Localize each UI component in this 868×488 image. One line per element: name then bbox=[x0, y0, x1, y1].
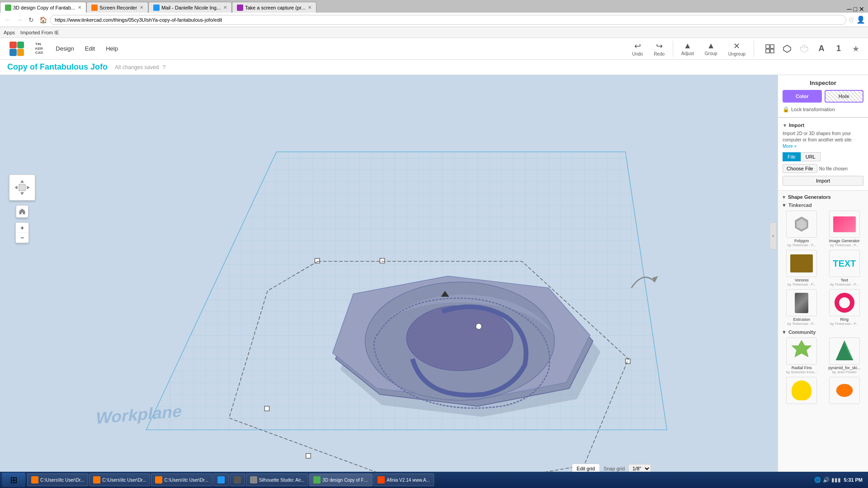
tab-close-4[interactable]: ✕ bbox=[308, 5, 311, 10]
import-more-link[interactable]: More » bbox=[783, 144, 797, 149]
community-subsection[interactable]: ▼ Community bbox=[782, 329, 864, 335]
redo-btn[interactable]: ↪ Redo bbox=[649, 39, 669, 58]
shape-community-4[interactable] bbox=[825, 377, 865, 405]
import-header[interactable]: ▼ Import bbox=[783, 122, 863, 128]
group-btn[interactable]: ▲ Group bbox=[700, 39, 722, 58]
google-account-icon[interactable]: 👤 bbox=[856, 15, 865, 24]
text-tool-btn[interactable]: A bbox=[815, 42, 828, 56]
toolbar-right: ↩ Undo ↪ Redo ▲ Adjust ▲ Group ✕ Ungroup bbox=[627, 39, 863, 58]
minimize-btn[interactable]: ─ bbox=[847, 5, 852, 13]
shape-gen-header[interactable]: ▼ Shape Generators bbox=[782, 194, 864, 200]
shape-name-ring: Ring bbox=[840, 317, 849, 322]
shape-yellow[interactable] bbox=[782, 377, 822, 405]
shape-polygon[interactable]: Polygon by Tinkercad - P... bbox=[782, 211, 822, 247]
shape-author-voronoi: by Tinkercad - P... bbox=[788, 282, 816, 286]
community-shapes-grid: Radial Fins by Selelvian Kora... pyramid… bbox=[782, 338, 864, 405]
taskbar-item-afinia[interactable]: Afinia V2.14 www.A... bbox=[373, 474, 434, 486]
tab-3[interactable]: Mail - Danielle Nicole Ing... ✕ bbox=[148, 2, 232, 13]
shape-thumb-extrusion bbox=[786, 289, 817, 316]
tab-close-3[interactable]: ✕ bbox=[223, 5, 227, 10]
undo-btn[interactable]: ↩ Undo bbox=[627, 39, 647, 58]
color-btn[interactable]: Color bbox=[783, 90, 822, 103]
tab-close-1[interactable]: ✕ bbox=[78, 5, 81, 10]
tinkercad-wordmark: TINKERCAD bbox=[35, 42, 43, 55]
tab-favicon-3 bbox=[153, 5, 160, 11]
taskbar-item-4[interactable] bbox=[213, 474, 229, 486]
viewport[interactable]: Workplane Edit grid Snap grid 1/8" 1/4" … bbox=[0, 75, 778, 477]
shape-thumb-voronoi bbox=[786, 250, 817, 277]
extrusion-visual bbox=[795, 293, 808, 313]
design-title[interactable]: Copy of Fantabulous Jofo bbox=[7, 62, 108, 72]
taskbar-item-silhouette[interactable]: Silhouette Studio: Air... bbox=[246, 474, 309, 486]
lock-row: 🔒 Lock transformation bbox=[783, 106, 863, 113]
menu-edit[interactable]: Edit bbox=[81, 43, 99, 54]
grid-view-btn[interactable] bbox=[763, 42, 777, 56]
back-btn[interactable]: ← bbox=[3, 15, 13, 25]
zoom-in-btn[interactable]: + bbox=[16, 223, 28, 233]
shape-extrusion[interactable]: Extrusion by Tinkercad - P... bbox=[782, 289, 822, 326]
sound-icon[interactable]: 🔊 bbox=[823, 477, 830, 483]
bookmark-apps[interactable]: Apps bbox=[4, 30, 15, 35]
taskbar-item-2[interactable]: C:\Users\Itc User\Dr... bbox=[89, 474, 150, 486]
forward-btn[interactable]: → bbox=[14, 15, 24, 25]
close-btn[interactable]: ✕ bbox=[859, 5, 864, 13]
wireframe-btn[interactable] bbox=[797, 42, 811, 56]
file-tab[interactable]: File bbox=[783, 152, 801, 161]
shape-author-pyramid: by Jean Flower bbox=[832, 370, 857, 374]
img-gen-visual bbox=[833, 216, 856, 232]
import-title: Import bbox=[789, 122, 804, 128]
help-icon[interactable]: ? bbox=[162, 64, 165, 70]
tab-2[interactable]: Screen Recorder ✕ bbox=[86, 2, 148, 13]
bookmark-imported[interactable]: Imported From IE bbox=[20, 30, 59, 35]
maximize-btn[interactable]: □ bbox=[854, 5, 857, 13]
shape-author-ring: by Tinkercad - P... bbox=[830, 322, 859, 326]
panel-collapse-btn[interactable]: › bbox=[769, 222, 777, 249]
shape-ring[interactable]: Ring by Tinkercad - P... bbox=[825, 289, 865, 326]
menu-design[interactable]: Design bbox=[52, 43, 77, 54]
url-tab[interactable]: URL bbox=[801, 152, 821, 161]
tab-4[interactable]: Take a screen capture (pr... ✕ bbox=[232, 2, 316, 13]
3d-view-btn[interactable] bbox=[780, 42, 794, 56]
taskbar-item-1[interactable]: C:\Users\Itc User\Dr... bbox=[27, 474, 88, 486]
adjust-btn[interactable]: ▲ Adjust bbox=[677, 39, 698, 58]
shape-text[interactable]: TEXT Text by Tinkercad - P... bbox=[825, 250, 865, 286]
reload-btn[interactable]: ↻ bbox=[26, 15, 36, 25]
svg-marker-7 bbox=[20, 180, 24, 183]
logo-cell-blue bbox=[9, 49, 17, 56]
network-icon[interactable]: 🌐 bbox=[814, 477, 821, 483]
clock[interactable]: 5:31 PM bbox=[844, 477, 863, 483]
taskbar-item-tinkercad[interactable]: 3D design Copy of Fa... bbox=[309, 474, 373, 486]
shape-voronoi[interactable]: Voronoi by Tinkercad - P... bbox=[782, 250, 822, 286]
home-view-btn[interactable] bbox=[16, 205, 28, 218]
shape-radial-fins[interactable]: Radial Fins by Selelvian Kora... bbox=[782, 338, 822, 374]
menu-help[interactable]: Help bbox=[102, 43, 122, 54]
svg-marker-36 bbox=[792, 340, 811, 357]
svg-marker-9 bbox=[14, 186, 17, 189]
toolbar-divider-1 bbox=[673, 41, 673, 57]
tab-1[interactable]: 3D design Copy of Fantab... ✕ bbox=[0, 2, 86, 13]
bookmark-star[interactable]: ☆ bbox=[848, 15, 854, 24]
taskbar-item-3[interactable]: C:\Users\Itc User\Dr... bbox=[151, 474, 212, 486]
tinkercad-logo bbox=[5, 40, 28, 58]
taskbar-item-5[interactable] bbox=[230, 474, 245, 486]
zoom-out-btn[interactable]: − bbox=[16, 233, 28, 243]
number-tool-btn[interactable]: 1 bbox=[832, 42, 845, 56]
taskbar-icon-3 bbox=[155, 476, 162, 483]
star-btn[interactable]: ★ bbox=[849, 42, 863, 56]
hole-btn[interactable]: Hole bbox=[825, 90, 864, 103]
svg-rect-1 bbox=[770, 45, 774, 48]
shape-pyramid[interactable]: pyramid_for_ski... by Jean Flower bbox=[825, 338, 865, 374]
svg-rect-11 bbox=[19, 184, 25, 191]
home-nav-btn[interactable]: 🏠 bbox=[38, 15, 48, 25]
address-bar[interactable] bbox=[50, 15, 846, 25]
ungroup-icon: ✕ bbox=[733, 41, 740, 51]
tinkercad-subsection[interactable]: ▼ Tinkercad bbox=[782, 202, 864, 208]
start-button[interactable]: ⊞ bbox=[2, 473, 25, 487]
choose-file-btn[interactable]: Choose File bbox=[783, 164, 817, 173]
import-btn[interactable]: Import bbox=[783, 176, 863, 186]
shape-image-gen[interactable]: Image Generator by Tinkercad - P... bbox=[825, 211, 865, 247]
tab-close-2[interactable]: ✕ bbox=[140, 5, 143, 10]
nav-cube[interactable] bbox=[9, 174, 35, 201]
ungroup-btn[interactable]: ✕ Ungroup bbox=[724, 39, 750, 58]
shape-name-voronoi: Voronoi bbox=[795, 278, 809, 282]
